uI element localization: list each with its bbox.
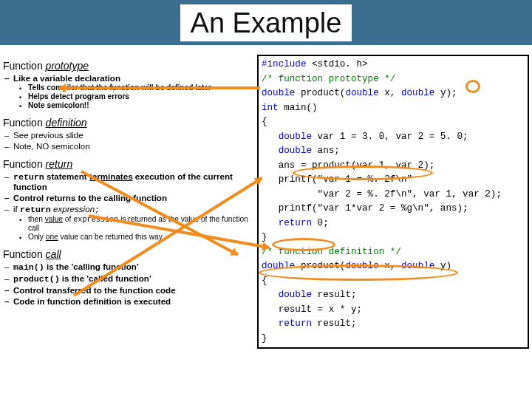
list-definition: See previous slideNote, NO semicolon	[3, 130, 257, 151]
code-token	[262, 146, 279, 156]
code-token: printf("var 1*var 2 = %g\n", ans);	[262, 203, 468, 214]
code-token: main()	[279, 103, 318, 113]
list-item: return statement terminates execution of…	[13, 171, 257, 191]
code-token: ans;	[312, 146, 340, 156]
code-block: #include <stdio. h> /* function prototyp…	[257, 55, 529, 349]
code-token: result;	[312, 318, 356, 329]
code-token: "var 2 = %. 2f\n", var 1, var 2);	[262, 189, 502, 200]
heading-prefix: Function	[3, 248, 46, 260]
code-token: {	[262, 276, 267, 286]
circle-definition	[259, 265, 458, 281]
left-column: Function prototype Like a variable decla…	[0, 52, 257, 306]
code-comment: /* function prototype */	[262, 74, 395, 84]
slide-title: An Example	[180, 4, 352, 41]
code-token	[262, 290, 279, 300]
list-item: Note, NO semicolon	[13, 141, 257, 151]
code-token: y);	[434, 88, 457, 98]
code-token: #include	[262, 59, 306, 69]
code-token: double	[345, 88, 378, 98]
list-call: main() is the 'calling function'product(…	[3, 262, 257, 306]
code-token: product(	[295, 88, 345, 98]
arrow-prototype	[59, 86, 260, 89]
list-item: See previous slide	[13, 130, 257, 140]
circle-return	[272, 238, 335, 251]
code-token: return	[279, 318, 312, 329]
heading-prefix: Function	[3, 60, 46, 72]
code-token: result = x * y;	[262, 304, 362, 315]
code-token: result;	[312, 290, 356, 300]
list-item: product() is the 'called function'	[13, 273, 257, 284]
code-token: double	[279, 290, 312, 300]
heading-term: prototype	[46, 60, 89, 72]
heading-term: return	[46, 158, 73, 170]
code-token: 0;	[312, 218, 329, 228]
list-item: Code in function definition is executed	[13, 296, 257, 306]
list-item: Control transferred to the function code	[13, 285, 257, 295]
code-token: <stdio. h>	[306, 59, 367, 69]
code-token: x,	[379, 88, 401, 98]
heading-return: Function return	[3, 158, 257, 170]
code-token: double	[401, 88, 434, 98]
heading-term: call	[46, 248, 61, 260]
list-item: Note semicolon!!	[28, 101, 257, 109]
heading-prefix: Function	[3, 158, 46, 170]
code-token: double	[262, 88, 295, 98]
code-token: return	[279, 218, 312, 228]
circle-prototype-semicolon	[466, 80, 480, 93]
code-token: double	[279, 132, 312, 142]
list-item: Helps detect program errors	[28, 92, 257, 100]
list-item: Like a variable declarationTells compile…	[13, 73, 257, 109]
code-token	[262, 218, 279, 228]
heading-prefix: Function	[3, 117, 46, 129]
list-item: main() is the 'calling function'	[13, 262, 257, 272]
code-token: }	[262, 232, 267, 242]
title-band: An Example	[0, 0, 532, 45]
code-token: }	[262, 333, 267, 344]
code-token: int	[262, 103, 279, 113]
heading-definition: Function definition	[3, 117, 257, 129]
heading-prototype: Function prototype	[3, 60, 257, 72]
circle-call	[293, 166, 433, 180]
heading-term: definition	[46, 117, 87, 129]
list-prototype: Like a variable declarationTells compile…	[3, 73, 257, 109]
code-token: double	[279, 146, 312, 156]
code-token: {	[262, 117, 267, 127]
code-token	[262, 318, 279, 329]
code-token	[262, 132, 279, 142]
code-token: var 1 = 3. 0, var 2 = 5. 0;	[312, 132, 468, 142]
